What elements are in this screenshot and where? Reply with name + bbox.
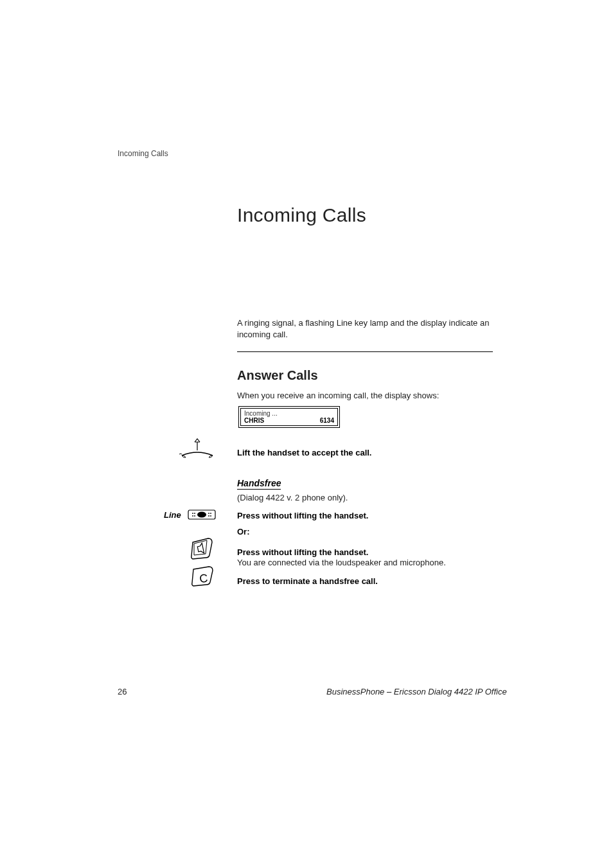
connected-text: You are connected via the loudspeaker an… xyxy=(237,558,446,567)
press-without-lifting-2: Press without lifting the handset. xyxy=(237,547,368,557)
phone-display-box: Incoming ... CHRIS 6134 xyxy=(238,406,340,428)
svg-point-3 xyxy=(192,515,193,517)
handsfree-heading: Handsfree xyxy=(237,478,281,490)
display-caller-name: CHRIS xyxy=(244,417,264,424)
section-lead: When you receive an incoming call, the d… xyxy=(237,391,439,400)
svg-text:C: C xyxy=(199,572,208,585)
page-number: 26 xyxy=(118,687,127,696)
divider xyxy=(237,351,493,352)
line-key-icon xyxy=(187,508,217,522)
clear-key-icon: C xyxy=(191,565,217,589)
or-text: Or: xyxy=(237,527,250,536)
footer-doc-title: BusinessPhone – Ericsson Dialog 4422 IP … xyxy=(326,687,507,696)
page-title: Incoming Calls xyxy=(237,204,366,226)
display-line2: CHRIS 6134 xyxy=(244,417,334,424)
display-caller-number: 6134 xyxy=(320,417,334,424)
phone-display-inner: Incoming ... CHRIS 6134 xyxy=(240,408,338,426)
svg-point-8 xyxy=(210,515,211,517)
breadcrumb: Incoming Calls xyxy=(118,149,168,158)
svg-point-2 xyxy=(194,513,195,514)
svg-point-7 xyxy=(208,515,209,517)
intro-text: A ringing signal, a flashing Line key la… xyxy=(237,317,494,341)
press-without-lifting-1: Press without lifting the handset. xyxy=(237,511,368,520)
lift-handset-text: Lift the handset to accept the call. xyxy=(237,448,371,457)
display-line1: Incoming ... xyxy=(244,410,334,417)
svg-point-0 xyxy=(197,512,206,518)
document-page: Incoming Calls Incoming Calls A ringing … xyxy=(0,0,613,868)
svg-point-5 xyxy=(208,513,209,514)
terminate-text: Press to terminate a handsfree call. xyxy=(237,576,378,586)
handset-offhook-icon xyxy=(178,438,217,459)
speaker-key-icon xyxy=(190,537,216,562)
handsfree-note: (Dialog 4422 v. 2 phone only). xyxy=(237,493,348,502)
section-heading: Answer Calls xyxy=(237,368,318,383)
svg-point-4 xyxy=(194,515,195,517)
svg-point-1 xyxy=(192,513,193,514)
line-key-label: Line xyxy=(164,510,181,520)
svg-point-6 xyxy=(210,513,211,514)
